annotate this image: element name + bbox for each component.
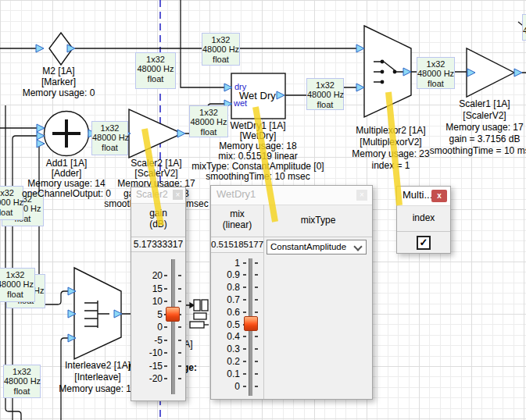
param-unit: (dB): [131, 219, 185, 230]
slider-tick-label: -15: [134, 361, 163, 372]
patch-canvas[interactable]: 1x3248000 Hzfloat1x3248000 Hzfloat1x3248…: [0, 0, 526, 420]
caption-line: gain = 3.7156 dB: [426, 133, 526, 145]
signal-type-line: float: [202, 55, 239, 64]
m2-caption: M2 [1A][Marker]Memory usage: 0: [12, 66, 106, 98]
signal-type-line: float: [92, 143, 127, 152]
signal-type-label: 1x3248000 Hzfloat: [202, 33, 240, 66]
signal-type-line: float: [4, 386, 40, 396]
slider-tick-mark: [255, 274, 258, 276]
mix-param-header: mix (linear): [211, 205, 263, 237]
signal-type-line: 48000 Hz: [307, 90, 343, 99]
slider-tick-label: 5: [134, 309, 163, 320]
signal-type-line: 48000 Hz: [0, 279, 34, 289]
gain-param-header: gain (dB): [131, 203, 185, 237]
signal-type-label: 1x3248000 Hzfloat: [522, 14, 526, 41]
wetdry1-caption: WetDry1 [1A][WetDry]Memory usage: 18mix:…: [188, 121, 328, 182]
scaler2-dialog-titlebar[interactable]: Scaler2 ×: [131, 187, 185, 204]
slider-tick-label: 0.9: [216, 269, 240, 280]
caption-line: [ScalerV2]: [426, 110, 526, 122]
slider-tick-label: 15: [134, 283, 163, 294]
param-unit: (linear): [211, 219, 263, 230]
slider-tick-label: 0: [216, 381, 240, 392]
slider-tick-mark: [243, 299, 246, 301]
multiplexor2-dialog: Multi... x index ✓: [396, 186, 451, 254]
signal-type-line: float: [523, 36, 526, 45]
slider-tick-label: 20: [134, 270, 163, 281]
slider-tick-label: 0.1: [216, 368, 240, 379]
slider-tick-mark: [243, 348, 246, 350]
wetdry1-dialog-title: WetDry1: [216, 188, 256, 200]
slider-tick-mark: [255, 311, 258, 313]
mix-slider-handle[interactable]: [244, 316, 258, 331]
slider-tick-mark: [255, 336, 258, 337]
signal-type-line: 1x32: [202, 35, 239, 44]
signal-type-label: 1x3248000 Hzfloat: [91, 121, 128, 155]
scaler1-caption: Scaler1 [1A][ScalerV2]Memory usage: 17ga…: [426, 98, 526, 157]
close-icon[interactable]: x: [431, 190, 447, 202]
slider-tick-mark: [243, 386, 246, 387]
caption-line: smoothingTime: 10 msec: [188, 172, 328, 182]
signal-type-label: 1x3248000 Hzfloat: [0, 268, 35, 302]
slider-tick-mark: [255, 361, 258, 362]
signal-type-line: float: [136, 74, 175, 84]
slider-tick-mark: [243, 262, 246, 264]
slider-tick-label: 10: [134, 296, 163, 307]
caption-line: smoothingTime = 10 msec: [426, 145, 526, 157]
slider-tick-mark: [164, 352, 167, 354]
slider-tick-mark: [178, 326, 181, 328]
index-checkbox[interactable]: ✓: [417, 236, 431, 250]
slider-tick-label: 0.2: [216, 356, 240, 367]
slider-tick-label: 0.6: [216, 307, 240, 318]
mixtype-selected-value: ConstantAmplitude: [270, 242, 346, 251]
signal-type-line: 1x32: [136, 55, 175, 64]
slider-tick-mark: [164, 275, 167, 276]
signal-type-line: float: [307, 100, 343, 109]
gain-slider-handle[interactable]: [166, 307, 180, 322]
slider-tick-mark: [255, 299, 258, 301]
slider-tick-mark: [178, 365, 181, 367]
signal-type-line: 1x32: [523, 16, 526, 26]
slider-tick-label: 0.5: [216, 319, 240, 330]
slider-tick-label: 0.7: [216, 294, 240, 305]
slider-tick-mark: [164, 378, 167, 379]
slider-tick-mark: [164, 301, 167, 302]
close-icon[interactable]: ×: [356, 190, 367, 201]
param-name: gain: [131, 208, 185, 219]
signal-type-line: 1x32: [92, 123, 127, 133]
signal-type-line: 1x32: [0, 270, 34, 279]
slider-tick-mark: [164, 365, 167, 367]
scaler2-node-shape[interactable]: [129, 109, 182, 158]
signal-type-line: 1x32: [4, 367, 40, 376]
close-icon[interactable]: ×: [173, 190, 183, 200]
gain-slider-track[interactable]: [171, 259, 176, 394]
slider-tick-mark: [255, 287, 258, 288]
chevron-down-icon: [353, 242, 362, 251]
caption-line: Memory usage: 17: [426, 122, 526, 133]
slider-tick-mark: [243, 311, 246, 313]
slider-tick-mark: [164, 340, 167, 341]
slider-tick-mark: [243, 361, 246, 362]
param-name: mix: [211, 208, 263, 219]
mixtype-param-header: mixType: [264, 205, 372, 237]
signal-type-line: float: [0, 290, 34, 299]
signal-type-line: 48000 Hz: [4, 376, 40, 386]
signal-type-line: 48000 Hz: [523, 26, 526, 35]
slider-tick-mark: [178, 275, 181, 276]
slider-tick-label: 0.8: [216, 282, 240, 293]
slider-tick-mark: [255, 348, 258, 350]
signal-type-line: 48000 Hz: [202, 44, 239, 54]
mixtype-dropdown[interactable]: ConstantAmplitude: [267, 240, 367, 254]
signal-type-label: 1x3248000 Hzfloat: [306, 78, 344, 110]
slider-tick-label: -5: [134, 335, 163, 346]
multiplexor2-dialog-title: Multi...: [403, 189, 432, 201]
wetdry1-dialog: WetDry1 × mix (linear) mixType 0.5151851…: [210, 185, 373, 400]
signal-type-line: 48000 Hz: [92, 133, 127, 142]
signal-type-label: 1x3248000 Hzfloat: [135, 52, 176, 89]
gain-value: 5.17333317: [131, 237, 185, 252]
slider-tick-mark: [243, 274, 246, 276]
caption-line: [Marker]: [12, 77, 106, 87]
signal-type-line: 1x32: [417, 59, 454, 69]
multiplexor2-dialog-titlebar[interactable]: Multi... x: [397, 187, 450, 206]
slider-tick-mark: [164, 326, 167, 328]
wetdry1-dialog-titlebar[interactable]: WetDry1 ×: [211, 186, 372, 205]
